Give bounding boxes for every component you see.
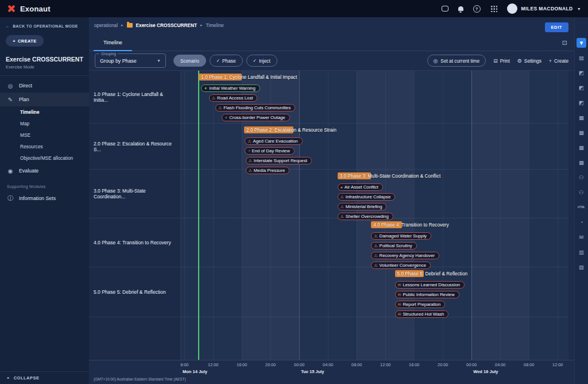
book-icon[interactable]: ▧ (577, 262, 586, 272)
filter-pill-phase[interactable]: ✓Phase (210, 55, 243, 67)
inject-pill[interactable]: ⚠Flash Flooding Cuts Communities (215, 104, 295, 112)
inject-pill[interactable]: ⚠Damaged Water Supply (371, 232, 431, 240)
warning-icon: ⚠ (247, 139, 251, 144)
sidebar-item-timeline[interactable]: Timeline (0, 106, 89, 118)
filter-pill-label: Inject (259, 58, 270, 64)
direct-icon: ◎ (7, 83, 14, 89)
html-icon[interactable]: HTML (577, 202, 586, 212)
apps-grid-icon[interactable] (490, 5, 497, 12)
document-icon[interactable]: ▤ (577, 53, 586, 63)
back-to-operational-mode-link[interactable]: ← BACK TO OPERATIONAL MODE (0, 17, 89, 30)
inject-pill[interactable]: ✉Report Preparation (395, 301, 446, 308)
collapse-chevrons-icon: « (7, 375, 10, 381)
filter-pill-inject[interactable]: ✓Inject (246, 55, 277, 67)
image-icon[interactable]: ◩ (577, 83, 586, 93)
nav-section-label: Supporting Modules (0, 178, 89, 191)
collapse-button[interactable]: « COLLAPSE (0, 371, 89, 384)
phase-bar-label: 3.0 Phase 3: Multi-State Coordination & … (340, 172, 441, 179)
card-icon[interactable]: ▦ (577, 158, 586, 167)
mail-icon[interactable]: ✉ (577, 232, 586, 242)
sidebar-item-label: Timeline (20, 109, 40, 115)
grouping-select[interactable]: Grouping Group by Phase ▼ (95, 53, 166, 68)
edit-button[interactable]: EDIT (545, 22, 568, 32)
card-icon[interactable]: ▦ (577, 128, 586, 137)
set-at-current-time-button[interactable]: ◎ Set at current time (427, 55, 486, 67)
toolbar-right: ◎ Set at current time ⊟ Print ⚙ Settings… (427, 55, 569, 67)
chart-icon[interactable]: ▥ (577, 247, 586, 257)
breadcrumb-separator-icon: ▸ (121, 23, 123, 28)
inject-pill[interactable]: ⚠Interstate Support Request (246, 157, 312, 164)
timezone-label: (GMT+10:00) Australian Eastern Standard … (94, 377, 186, 381)
inject-label: Initial Weather Warning (209, 86, 256, 91)
phase-bar[interactable]: 5.0 Phase 5: Debrief & Reflection (395, 270, 424, 277)
sidebar-item-plan[interactable]: ✎Plan (0, 93, 89, 106)
phase-bar[interactable]: 2.0 Phase 2: Escalation & Resource Strai… (244, 126, 293, 133)
inject-label: Aged Care Evacuation (253, 139, 298, 144)
phase-bar[interactable]: 1.0 Phase 1: Cyclone Landfall & Initial … (199, 74, 242, 80)
tab-bar: Timeline ⊡ (89, 35, 574, 51)
card-icon[interactable]: ▦ (577, 143, 586, 152)
info-icon: ⓘ (7, 194, 14, 202)
inject-pill[interactable]: ✉Lessons Learned Discussion (395, 281, 465, 289)
breadcrumb-operational[interactable]: operational (94, 22, 118, 28)
inject-label: Cross-border Power Outage (229, 115, 285, 120)
inject-pill[interactable]: ●Air Asset Conflict (338, 183, 383, 191)
sidebar-item-mse[interactable]: MSE (0, 129, 89, 141)
time-tick-label: 8:00 (180, 362, 188, 367)
users-icon[interactable]: ⚇ (577, 187, 586, 197)
create-button[interactable]: + CREATE (6, 35, 44, 47)
filter-pill-scenario[interactable]: Scenario (173, 55, 206, 67)
help-icon[interactable]: ? (473, 5, 481, 13)
settings-button[interactable]: ⚙ Settings (517, 58, 541, 64)
inject-pill[interactable]: ✉Public Information Review (395, 291, 459, 298)
print-button[interactable]: ⊟ Print (493, 58, 510, 64)
sidebar-item-objective-mse-allocation[interactable]: Objective/MSE allocation (0, 152, 89, 164)
image-icon[interactable]: ◩ (577, 68, 586, 78)
fullscreen-icon[interactable]: ⊡ (562, 39, 567, 47)
sidebar-item-direct[interactable]: ◎Direct (0, 79, 89, 93)
bell-icon[interactable]: ◔ (577, 217, 586, 227)
sidebar-item-label: Information Sets (19, 195, 56, 201)
timeline-row: 1.0 Phase 1: Cyclone Landfall & Initial … (181, 71, 568, 124)
time-tick-label: 12:00 (380, 362, 390, 367)
sidebar-item-label: Objective/MSE allocation (20, 155, 73, 161)
date-axis: Mon 14 JulyTue 15 JulyWed 16 July (181, 369, 568, 375)
inject-pill[interactable]: ⚠Aged Care Evacuation (245, 137, 302, 145)
inject-pill[interactable]: ⚠Ministerial Briefing (338, 203, 387, 210)
gantt-chart[interactable]: 1.0 Phase 1: Cyclone Landfall & Initial … (181, 71, 568, 360)
phase-label-column: 1.0 Phase 1: Cyclone Landfall & Initia..… (89, 71, 181, 360)
breadcrumb-timeline[interactable]: Timeline (206, 22, 224, 28)
inject-pill[interactable]: ◔End of Day Review (245, 147, 295, 155)
users-icon[interactable]: ⚇ (577, 172, 586, 182)
sidebar-item-map[interactable]: Map (0, 118, 89, 129)
chat-icon[interactable] (442, 6, 448, 11)
user-menu[interactable]: MILES MACDONALD ▼ (507, 3, 581, 14)
inject-pill[interactable]: ⚠Political Scrutiny (371, 242, 416, 249)
inject-pill[interactable]: ⚠Infrastructure Collapse (338, 193, 396, 201)
sidebar-item-label: Evaluate (19, 168, 38, 174)
inject-pill[interactable]: ⚡Cross-border Power Outage (222, 114, 289, 121)
sidebar-item-information-sets[interactable]: ⓘInformation Sets (0, 191, 89, 205)
inject-pill[interactable]: ✉Structured Hot Wash (395, 310, 449, 318)
gear-icon: ⚙ (517, 58, 522, 64)
image-icon[interactable]: ◩ (577, 98, 586, 107)
inject-pill[interactable]: ⚠Recovery Agency Handover (371, 252, 439, 259)
check-icon: ✓ (253, 58, 257, 63)
inject-pill[interactable]: ☀Initial Weather Warning (201, 85, 260, 92)
card-icon[interactable]: ▦ (577, 113, 586, 122)
notifications-bell-icon[interactable] (458, 6, 463, 11)
create-inject-button[interactable]: + Create (549, 58, 568, 64)
filter-icon[interactable]: ▼ (577, 38, 586, 48)
phase-row-label: 5.0 Phase 5: Debrief & Reflection (89, 267, 180, 317)
phase-bar[interactable]: 3.0 Phase 3: Multi-State Coordination & … (338, 172, 372, 179)
warning-icon: ⚠ (212, 96, 215, 101)
sidebar-item-resources[interactable]: Resources (0, 141, 89, 152)
inject-pill[interactable]: ⚠Road Access Lost (209, 94, 258, 102)
breadcrumb-exercise[interactable]: Exercise CROSSCURRENT (136, 22, 198, 28)
tab-timeline[interactable]: Timeline (94, 35, 132, 51)
plan-icon: ✎ (7, 97, 14, 103)
phase-bar[interactable]: 4.0 Phase 4: Transition to Recovery (371, 221, 402, 228)
inject-label: Report Preparation (403, 302, 440, 307)
sidebar-item-evaluate[interactable]: ◉Evaluate (0, 164, 89, 178)
breadcrumb-separator-icon: ▸ (200, 23, 203, 28)
